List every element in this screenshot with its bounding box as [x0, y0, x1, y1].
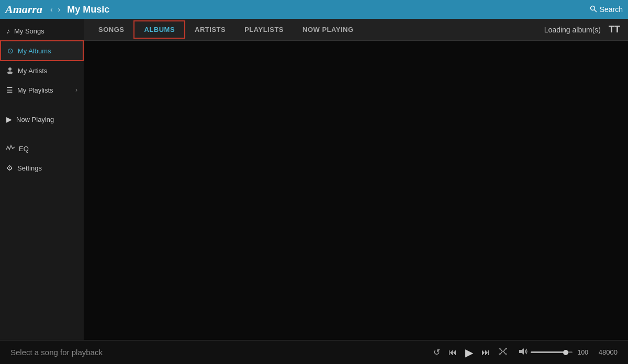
sidebar-label-my-artists: My Artists: [18, 67, 77, 75]
sidebar-label-my-playlists: My Playlists: [17, 86, 71, 94]
player-controls: ↺ ⏮ ▶ ⏭: [432, 345, 509, 360]
sidebar-item-my-songs[interactable]: ♪ My Songs: [0, 21, 84, 40]
main-layout: ♪ My Songs ⊙ My Albums My Artists ☰ My P…: [0, 19, 628, 340]
sidebar-label-now-playing: Now Playing: [16, 116, 77, 123]
svg-point-0: [590, 6, 595, 10]
now-playing-icon: ▶: [6, 115, 12, 123]
sidebar-item-settings[interactable]: ⚙ Settings: [0, 158, 84, 177]
app-header: Amarra ‹ › My Music Search: [0, 0, 628, 19]
app-logo: Amarra: [5, 3, 42, 16]
sidebar-label-eq: EQ: [19, 145, 77, 153]
volume-section: 100: [519, 348, 588, 357]
eq-icon: [6, 144, 15, 153]
volume-value: 100: [578, 349, 588, 356]
loading-status: Loading album(s): [544, 26, 601, 34]
sidebar-item-now-playing[interactable]: ▶ Now Playing: [0, 110, 84, 129]
sidebar-item-my-playlists[interactable]: ☰ My Playlists ›: [0, 81, 84, 99]
repeat-button[interactable]: ↺: [432, 346, 441, 358]
svg-point-3: [7, 72, 13, 74]
sidebar-divider: [0, 99, 84, 110]
volume-icon: [519, 348, 528, 357]
artist-icon: [6, 66, 14, 75]
content-body: [84, 41, 628, 340]
music-note-icon: ♪: [6, 27, 10, 35]
sidebar-item-my-albums[interactable]: ⊙ My Albums: [0, 40, 84, 61]
volume-fill: [531, 351, 564, 353]
svg-line-1: [594, 9, 597, 12]
sidebar: ♪ My Songs ⊙ My Albums My Artists ☰ My P…: [0, 19, 84, 340]
play-button[interactable]: ▶: [464, 345, 474, 360]
nav-forward-button[interactable]: ›: [55, 4, 63, 15]
playlist-icon: ☰: [6, 86, 13, 94]
sample-rate: 48000: [599, 348, 618, 356]
sidebar-divider-2: [0, 129, 84, 139]
chevron-right-icon: ›: [75, 86, 77, 94]
tabs-bar: SONGS ALBUMS ARTISTS PLAYLISTS NOW PLAYI…: [84, 19, 628, 41]
search-label: Search: [600, 5, 623, 14]
album-icon: ⊙: [7, 47, 14, 55]
playback-status: Select a song for playback: [10, 348, 432, 357]
search-button[interactable]: Search: [590, 5, 623, 14]
tab-playlists[interactable]: PLAYLISTS: [235, 21, 293, 38]
sidebar-label-my-songs: My Songs: [14, 27, 77, 35]
sidebar-label-my-albums: My Albums: [18, 47, 76, 55]
sidebar-label-settings: Settings: [17, 164, 77, 172]
sidebar-item-eq[interactable]: EQ: [0, 139, 84, 158]
search-icon: [590, 5, 597, 14]
content-area: SONGS ALBUMS ARTISTS PLAYLISTS NOW PLAYI…: [84, 19, 628, 340]
sidebar-item-my-artists[interactable]: My Artists: [0, 61, 84, 81]
tab-albums[interactable]: ALBUMS: [133, 20, 185, 39]
volume-slider[interactable]: [531, 351, 573, 353]
tab-now-playing[interactable]: NOW PLAYING: [293, 21, 363, 38]
previous-button[interactable]: ⏮: [447, 347, 458, 358]
tab-songs[interactable]: SONGS: [89, 21, 133, 38]
next-button[interactable]: ⏭: [480, 347, 491, 358]
text-size-button[interactable]: TT: [606, 23, 623, 36]
nav-back-button[interactable]: ‹: [48, 4, 55, 15]
volume-thumb: [563, 350, 568, 355]
svg-point-2: [8, 67, 12, 71]
tab-artists[interactable]: ARTISTS: [185, 21, 235, 38]
settings-icon: ⚙: [6, 164, 13, 172]
page-title: My Music: [67, 4, 589, 15]
shuffle-button[interactable]: [497, 347, 509, 358]
svg-marker-6: [519, 348, 524, 355]
status-bar: Select a song for playback ↺ ⏮ ▶ ⏭ 1: [0, 340, 628, 364]
